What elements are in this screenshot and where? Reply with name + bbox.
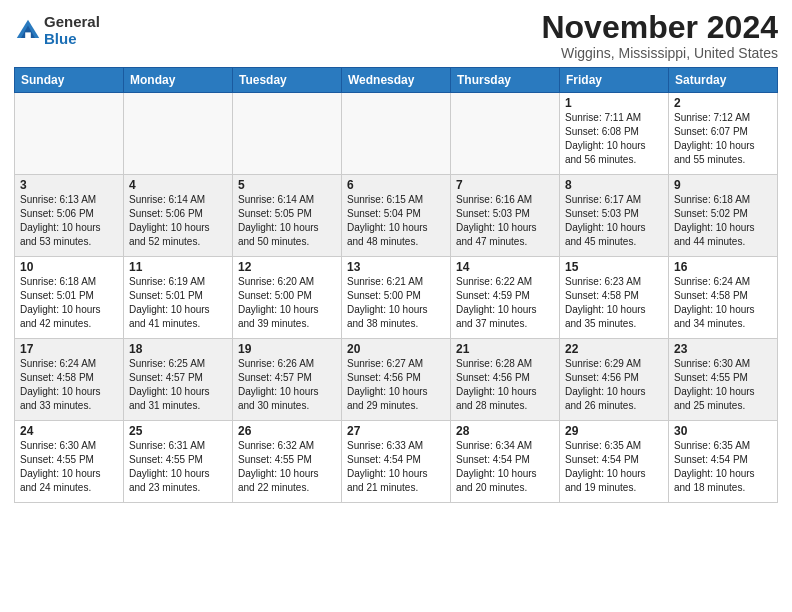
calendar-cell: 13Sunrise: 6:21 AM Sunset: 5:00 PM Dayli… xyxy=(342,257,451,339)
day-info: Sunrise: 6:20 AM Sunset: 5:00 PM Dayligh… xyxy=(238,275,336,331)
calendar-cell: 26Sunrise: 6:32 AM Sunset: 4:55 PM Dayli… xyxy=(233,421,342,503)
day-info: Sunrise: 6:30 AM Sunset: 4:55 PM Dayligh… xyxy=(674,357,772,413)
calendar-cell: 10Sunrise: 6:18 AM Sunset: 5:01 PM Dayli… xyxy=(15,257,124,339)
calendar-cell: 20Sunrise: 6:27 AM Sunset: 4:56 PM Dayli… xyxy=(342,339,451,421)
day-number: 5 xyxy=(238,178,336,192)
day-number: 17 xyxy=(20,342,118,356)
calendar-week-row: 24Sunrise: 6:30 AM Sunset: 4:55 PM Dayli… xyxy=(15,421,778,503)
calendar-cell: 5Sunrise: 6:14 AM Sunset: 5:05 PM Daylig… xyxy=(233,175,342,257)
calendar-cell: 14Sunrise: 6:22 AM Sunset: 4:59 PM Dayli… xyxy=(451,257,560,339)
col-header-monday: Monday xyxy=(124,68,233,93)
day-info: Sunrise: 6:14 AM Sunset: 5:06 PM Dayligh… xyxy=(129,193,227,249)
day-info: Sunrise: 6:34 AM Sunset: 4:54 PM Dayligh… xyxy=(456,439,554,495)
calendar-cell xyxy=(15,93,124,175)
day-number: 13 xyxy=(347,260,445,274)
calendar-cell: 8Sunrise: 6:17 AM Sunset: 5:03 PM Daylig… xyxy=(560,175,669,257)
day-number: 25 xyxy=(129,424,227,438)
calendar-cell: 27Sunrise: 6:33 AM Sunset: 4:54 PM Dayli… xyxy=(342,421,451,503)
title-block: November 2024 Wiggins, Mississippi, Unit… xyxy=(541,10,778,61)
day-number: 8 xyxy=(565,178,663,192)
day-info: Sunrise: 6:29 AM Sunset: 4:56 PM Dayligh… xyxy=(565,357,663,413)
day-number: 3 xyxy=(20,178,118,192)
day-number: 4 xyxy=(129,178,227,192)
calendar-cell: 11Sunrise: 6:19 AM Sunset: 5:01 PM Dayli… xyxy=(124,257,233,339)
calendar-cell: 6Sunrise: 6:15 AM Sunset: 5:04 PM Daylig… xyxy=(342,175,451,257)
location: Wiggins, Mississippi, United States xyxy=(541,45,778,61)
calendar-week-row: 17Sunrise: 6:24 AM Sunset: 4:58 PM Dayli… xyxy=(15,339,778,421)
col-header-thursday: Thursday xyxy=(451,68,560,93)
calendar-cell: 22Sunrise: 6:29 AM Sunset: 4:56 PM Dayli… xyxy=(560,339,669,421)
col-header-tuesday: Tuesday xyxy=(233,68,342,93)
calendar-cell: 2Sunrise: 7:12 AM Sunset: 6:07 PM Daylig… xyxy=(669,93,778,175)
day-info: Sunrise: 6:18 AM Sunset: 5:01 PM Dayligh… xyxy=(20,275,118,331)
day-info: Sunrise: 6:24 AM Sunset: 4:58 PM Dayligh… xyxy=(20,357,118,413)
day-number: 10 xyxy=(20,260,118,274)
day-number: 27 xyxy=(347,424,445,438)
calendar-cell: 3Sunrise: 6:13 AM Sunset: 5:06 PM Daylig… xyxy=(15,175,124,257)
logo-icon xyxy=(14,17,42,45)
day-number: 26 xyxy=(238,424,336,438)
calendar-cell: 18Sunrise: 6:25 AM Sunset: 4:57 PM Dayli… xyxy=(124,339,233,421)
day-info: Sunrise: 6:21 AM Sunset: 5:00 PM Dayligh… xyxy=(347,275,445,331)
page: General Blue November 2024 Wiggins, Miss… xyxy=(0,0,792,612)
day-number: 7 xyxy=(456,178,554,192)
logo-blue-text: Blue xyxy=(44,31,100,48)
day-number: 24 xyxy=(20,424,118,438)
calendar-table: SundayMondayTuesdayWednesdayThursdayFrid… xyxy=(14,67,778,503)
calendar-cell xyxy=(233,93,342,175)
day-number: 12 xyxy=(238,260,336,274)
day-info: Sunrise: 6:19 AM Sunset: 5:01 PM Dayligh… xyxy=(129,275,227,331)
day-info: Sunrise: 6:15 AM Sunset: 5:04 PM Dayligh… xyxy=(347,193,445,249)
day-number: 15 xyxy=(565,260,663,274)
calendar-cell: 28Sunrise: 6:34 AM Sunset: 4:54 PM Dayli… xyxy=(451,421,560,503)
calendar-cell: 29Sunrise: 6:35 AM Sunset: 4:54 PM Dayli… xyxy=(560,421,669,503)
day-number: 29 xyxy=(565,424,663,438)
day-info: Sunrise: 6:22 AM Sunset: 4:59 PM Dayligh… xyxy=(456,275,554,331)
calendar-cell: 16Sunrise: 6:24 AM Sunset: 4:58 PM Dayli… xyxy=(669,257,778,339)
day-info: Sunrise: 6:26 AM Sunset: 4:57 PM Dayligh… xyxy=(238,357,336,413)
day-info: Sunrise: 6:23 AM Sunset: 4:58 PM Dayligh… xyxy=(565,275,663,331)
col-header-friday: Friday xyxy=(560,68,669,93)
day-number: 18 xyxy=(129,342,227,356)
day-info: Sunrise: 6:13 AM Sunset: 5:06 PM Dayligh… xyxy=(20,193,118,249)
calendar-cell: 24Sunrise: 6:30 AM Sunset: 4:55 PM Dayli… xyxy=(15,421,124,503)
day-info: Sunrise: 6:35 AM Sunset: 4:54 PM Dayligh… xyxy=(674,439,772,495)
day-number: 30 xyxy=(674,424,772,438)
day-info: Sunrise: 7:11 AM Sunset: 6:08 PM Dayligh… xyxy=(565,111,663,167)
logo: General Blue xyxy=(14,14,100,47)
day-number: 2 xyxy=(674,96,772,110)
day-info: Sunrise: 6:30 AM Sunset: 4:55 PM Dayligh… xyxy=(20,439,118,495)
day-number: 11 xyxy=(129,260,227,274)
svg-rect-2 xyxy=(25,32,31,38)
day-info: Sunrise: 6:18 AM Sunset: 5:02 PM Dayligh… xyxy=(674,193,772,249)
day-number: 23 xyxy=(674,342,772,356)
header: General Blue November 2024 Wiggins, Miss… xyxy=(14,10,778,61)
calendar-cell: 23Sunrise: 6:30 AM Sunset: 4:55 PM Dayli… xyxy=(669,339,778,421)
day-info: Sunrise: 6:31 AM Sunset: 4:55 PM Dayligh… xyxy=(129,439,227,495)
day-info: Sunrise: 6:33 AM Sunset: 4:54 PM Dayligh… xyxy=(347,439,445,495)
calendar-cell xyxy=(124,93,233,175)
col-header-wednesday: Wednesday xyxy=(342,68,451,93)
calendar-cell xyxy=(451,93,560,175)
day-number: 14 xyxy=(456,260,554,274)
calendar-cell: 4Sunrise: 6:14 AM Sunset: 5:06 PM Daylig… xyxy=(124,175,233,257)
day-info: Sunrise: 6:16 AM Sunset: 5:03 PM Dayligh… xyxy=(456,193,554,249)
day-info: Sunrise: 6:28 AM Sunset: 4:56 PM Dayligh… xyxy=(456,357,554,413)
calendar-cell: 30Sunrise: 6:35 AM Sunset: 4:54 PM Dayli… xyxy=(669,421,778,503)
day-number: 22 xyxy=(565,342,663,356)
day-info: Sunrise: 6:35 AM Sunset: 4:54 PM Dayligh… xyxy=(565,439,663,495)
day-number: 16 xyxy=(674,260,772,274)
day-number: 28 xyxy=(456,424,554,438)
col-header-saturday: Saturday xyxy=(669,68,778,93)
day-number: 9 xyxy=(674,178,772,192)
calendar-cell: 9Sunrise: 6:18 AM Sunset: 5:02 PM Daylig… xyxy=(669,175,778,257)
calendar-week-row: 10Sunrise: 6:18 AM Sunset: 5:01 PM Dayli… xyxy=(15,257,778,339)
calendar-cell: 1Sunrise: 7:11 AM Sunset: 6:08 PM Daylig… xyxy=(560,93,669,175)
day-info: Sunrise: 6:27 AM Sunset: 4:56 PM Dayligh… xyxy=(347,357,445,413)
logo-text: General Blue xyxy=(44,14,100,47)
calendar-week-row: 3Sunrise: 6:13 AM Sunset: 5:06 PM Daylig… xyxy=(15,175,778,257)
month-title: November 2024 xyxy=(541,10,778,45)
calendar-cell: 21Sunrise: 6:28 AM Sunset: 4:56 PM Dayli… xyxy=(451,339,560,421)
calendar-cell xyxy=(342,93,451,175)
calendar-cell: 17Sunrise: 6:24 AM Sunset: 4:58 PM Dayli… xyxy=(15,339,124,421)
